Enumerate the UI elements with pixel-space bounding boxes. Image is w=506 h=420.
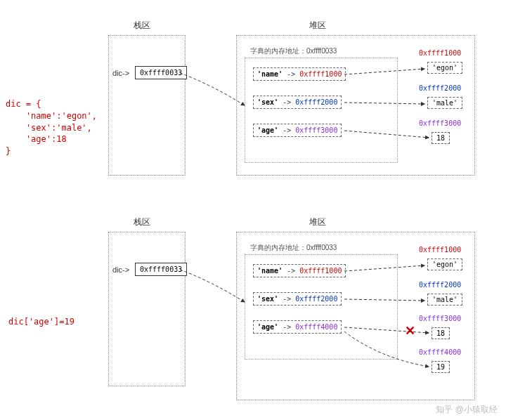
heap-header: 字典的内存地址：0xffff0033 [250,243,337,253]
val-box-age-new: 19 [432,361,450,373]
val-box-sex: 'male' [427,97,462,109]
var-dic: dic-> [112,69,129,77]
val-addr-name: 0xffff1000 [419,246,461,254]
addr-age-new: 0xffff4000 [295,323,337,331]
diagram-row-1: 栈区 堆区 dic = { 'name':'egon', 'sex':'male… [0,7,506,190]
heap-header-addr: 0xffff0033 [306,244,337,251]
arrow-icon: -> [278,323,295,331]
heap-header-addr: 0xffff0033 [306,47,337,55]
stack-box [108,232,186,386]
key-age: 'age' [257,126,278,134]
key-age: 'age' [257,323,278,331]
code-block-1: dic = { 'name':'egon', 'sex':'male', 'ag… [6,98,97,157]
arrow-icon: -> [283,267,299,275]
arrow-icon: -> [278,126,295,134]
val-box-age-old: 18 [432,327,450,339]
var-dic: dic-> [112,265,129,274]
key-name: 'name' [257,267,283,275]
heap-label: 堆区 [309,216,326,228]
val-addr-age-old: 0xffff3000 [419,315,461,322]
val-addr-age: 0xffff3000 [419,119,461,127]
stack-label: 栈区 [134,216,150,228]
val-box-sex: 'male' [427,294,462,306]
val-box-name: 'egon' [427,62,462,74]
val-box-age: 18 [432,132,450,144]
code-block-2: dic['age']=19 [8,316,74,328]
val-addr-age-new: 0xffff4000 [419,348,461,356]
watermark: 知乎 @小猿取经 [436,404,498,416]
key-row-age-new: 'age' -> 0xffff4000 [253,320,342,334]
key-row-name: 'name' -> 0xffff1000 [253,67,346,81]
addr-sex: 0xffff2000 [295,295,337,303]
stack-label: 栈区 [134,20,150,32]
key-row-sex: 'sex' -> 0xffff2000 [253,96,342,109]
heap-header-prefix: 字典的内存地址： [250,47,306,55]
addr-sex: 0xffff2000 [295,98,337,106]
key-name: 'name' [257,70,283,78]
val-addr-sex: 0xffff2000 [419,281,461,289]
key-row-name: 'name' -> 0xffff1000 [253,264,346,277]
arrow-icon: -> [278,295,295,303]
addr-age: 0xffff3000 [295,126,337,134]
heap-header-prefix: 字典的内存地址： [250,244,306,251]
arrow-icon: -> [278,98,295,106]
key-row-age: 'age' -> 0xffff3000 [253,124,342,137]
arrow-icon: -> [283,70,299,78]
cross-icon: ✕ [405,323,415,339]
val-addr-sex: 0xffff2000 [419,84,461,92]
key-sex: 'sex' [257,295,278,303]
key-row-sex: 'sex' -> 0xffff2000 [253,292,342,306]
val-addr-name: 0xffff1000 [419,49,461,57]
key-sex: 'sex' [257,98,278,106]
addr-name: 0xffff1000 [299,267,342,275]
val-box-name: 'egon' [427,258,462,270]
heap-label: 堆区 [309,20,326,32]
stack-box [108,35,186,176]
heap-header: 字典的内存地址：0xffff0033 [250,46,337,56]
diagram-row-2: 栈区 堆区 dic['age']=19 dic-> 0xffff0033 字典的… [0,204,506,386]
stack-addr: 0xffff0033 [135,66,187,79]
addr-name: 0xffff1000 [299,70,342,78]
stack-addr: 0xffff0033 [135,263,187,276]
